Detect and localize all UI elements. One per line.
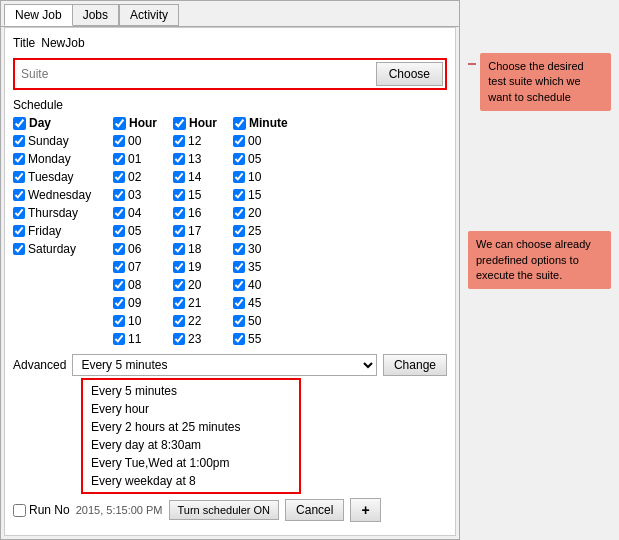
h2-12-label: 12: [188, 134, 201, 148]
bottom-bar: Run No 2015, 5:15:00 PM Turn scheduler O…: [13, 498, 447, 522]
m-45-cb[interactable]: [233, 297, 245, 309]
m-30-label: 30: [248, 242, 261, 256]
col-minute: Minute 00 05 10 15 20 25 30 35 40 45 50 …: [233, 116, 303, 348]
m-00-cb[interactable]: [233, 135, 245, 147]
day-checkbox-friday[interactable]: [13, 225, 25, 237]
tab-activity[interactable]: Activity: [119, 4, 179, 26]
run-now-label: Run No: [29, 503, 70, 517]
h1-03-cb[interactable]: [113, 189, 125, 201]
m-10-cb[interactable]: [233, 171, 245, 183]
title-row: Title NewJob: [13, 36, 447, 50]
h1-10-cb[interactable]: [113, 315, 125, 327]
day-label-monday: Monday: [28, 152, 71, 166]
m-15-cb[interactable]: [233, 189, 245, 201]
h2-18-cb[interactable]: [173, 243, 185, 255]
day-label-sunday: Sunday: [28, 134, 69, 148]
h1-01-cb[interactable]: [113, 153, 125, 165]
col-day-label: Day: [29, 116, 51, 130]
h1-08-label: 08: [128, 278, 141, 292]
suite-input[interactable]: [15, 63, 374, 85]
day-checkbox-saturday[interactable]: [13, 243, 25, 255]
h1-04-cb[interactable]: [113, 207, 125, 219]
h2-14-cb[interactable]: [173, 171, 185, 183]
dropdown-item-2[interactable]: Every 2 hours at 25 minutes: [83, 418, 299, 436]
h2-19-cb[interactable]: [173, 261, 185, 273]
day-checkbox-monday[interactable]: [13, 153, 25, 165]
h2-22-cb[interactable]: [173, 315, 185, 327]
h1-11-cb[interactable]: [113, 333, 125, 345]
annotation-2-text: We can choose already predefined options…: [468, 231, 611, 289]
dropdown-item-5[interactable]: Every weekday at 8: [83, 472, 299, 490]
run-now-checkbox[interactable]: [13, 504, 26, 517]
h2-16-cb[interactable]: [173, 207, 185, 219]
h1-00-cb[interactable]: [113, 135, 125, 147]
day-checkbox-sunday[interactable]: [13, 135, 25, 147]
h2-23-cb[interactable]: [173, 333, 185, 345]
add-button[interactable]: +: [350, 498, 380, 522]
h1-05-cb[interactable]: [113, 225, 125, 237]
h1-09-cb[interactable]: [113, 297, 125, 309]
h2-21-cb[interactable]: [173, 297, 185, 309]
day-checkbox-thursday[interactable]: [13, 207, 25, 219]
m-25-cb[interactable]: [233, 225, 245, 237]
cancel-button[interactable]: Cancel: [285, 499, 344, 521]
h2-13-label: 13: [188, 152, 201, 166]
h2-20-label: 20: [188, 278, 201, 292]
tab-jobs[interactable]: Jobs: [72, 4, 119, 26]
h2-15-cb[interactable]: [173, 189, 185, 201]
m-05-cb[interactable]: [233, 153, 245, 165]
m-40-cb[interactable]: [233, 279, 245, 291]
day-row-tuesday: Tuesday: [13, 168, 113, 185]
day-checkbox-wednesday[interactable]: [13, 189, 25, 201]
h1-03-label: 03: [128, 188, 141, 202]
day-label-tuesday: Tuesday: [28, 170, 74, 184]
m-55-cb[interactable]: [233, 333, 245, 345]
col-hour1-checkbox[interactable]: [113, 117, 126, 130]
m-20-label: 20: [248, 206, 261, 220]
dropdown-item-1[interactable]: Every hour: [83, 400, 299, 418]
dropdown-item-0[interactable]: Every 5 minutes: [83, 382, 299, 400]
m-20-cb[interactable]: [233, 207, 245, 219]
turn-scheduler-on-button[interactable]: Turn scheduler ON: [169, 500, 280, 520]
change-button[interactable]: Change: [383, 354, 447, 376]
h2-17-cb[interactable]: [173, 225, 185, 237]
h2-12-cb[interactable]: [173, 135, 185, 147]
advanced-row: Advanced Every 5 minutesEvery hourEvery …: [13, 354, 447, 376]
title-value: NewJob: [41, 36, 84, 50]
h2-19-label: 19: [188, 260, 201, 274]
m-30-cb[interactable]: [233, 243, 245, 255]
schedule-grid: Day Sunday Monday Tuesday Wednesday Thur…: [13, 116, 447, 348]
schedule-title: Schedule: [13, 98, 447, 112]
h1-07-label: 07: [128, 260, 141, 274]
h1-04-label: 04: [128, 206, 141, 220]
h1-02-cb[interactable]: [113, 171, 125, 183]
col-day-checkbox[interactable]: [13, 117, 26, 130]
col-hour2-header: Hour: [173, 116, 233, 130]
h1-06-cb[interactable]: [113, 243, 125, 255]
m-35-cb[interactable]: [233, 261, 245, 273]
annotation-1-text: Choose the desired test suite which we w…: [480, 53, 611, 111]
run-now-row: Run No: [13, 503, 70, 517]
h1-00-label: 00: [128, 134, 141, 148]
h1-07-cb[interactable]: [113, 261, 125, 273]
timestamp: 2015, 5:15:00 PM: [76, 504, 163, 516]
h2-20-cb[interactable]: [173, 279, 185, 291]
col-minute-checkbox[interactable]: [233, 117, 246, 130]
day-row-wednesday: Wednesday: [13, 186, 113, 203]
h1-01-label: 01: [128, 152, 141, 166]
choose-button[interactable]: Choose: [376, 62, 443, 86]
m-50-cb[interactable]: [233, 315, 245, 327]
tab-bar: New Job Jobs Activity: [1, 1, 459, 27]
h1-02-label: 02: [128, 170, 141, 184]
col-hour2-checkbox[interactable]: [173, 117, 186, 130]
tab-new-job[interactable]: New Job: [4, 4, 73, 26]
day-checkbox-tuesday[interactable]: [13, 171, 25, 183]
advanced-select[interactable]: Every 5 minutesEvery hourEvery 2 hours a…: [72, 354, 377, 376]
dropdown-item-4[interactable]: Every Tue,Wed at 1:00pm: [83, 454, 299, 472]
dropdown-item-3[interactable]: Every day at 8:30am: [83, 436, 299, 454]
h1-08-cb[interactable]: [113, 279, 125, 291]
day-label-wednesday: Wednesday: [28, 188, 91, 202]
day-row-friday: Friday: [13, 222, 113, 239]
h2-13-cb[interactable]: [173, 153, 185, 165]
annotation-1-container: Choose the desired test suite which we w…: [468, 53, 611, 111]
